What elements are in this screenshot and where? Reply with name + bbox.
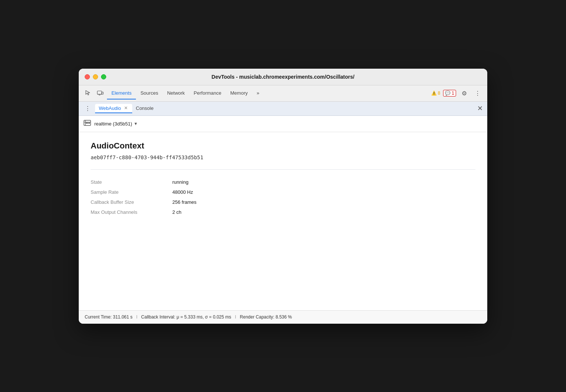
warning-icon: ⚠️ xyxy=(431,91,437,96)
status-current-time: Current Time: 311.061 s xyxy=(85,314,133,320)
warning-count: 8 xyxy=(438,91,440,96)
divider xyxy=(91,169,475,170)
context-selector-label: realtime (3d5b51) xyxy=(94,121,132,127)
error-count: 1 xyxy=(452,91,454,96)
status-callback-interval: Callback Interval: μ = 5.333 ms, σ = 0.0… xyxy=(141,314,231,320)
subtab-webaudio[interactable]: WebAudio ✕ xyxy=(95,104,132,113)
svg-rect-0 xyxy=(97,91,102,94)
window-title: DevTools - musiclab.chromeexperiments.co… xyxy=(212,74,355,80)
tab-more[interactable]: » xyxy=(252,87,264,99)
status-sep-2: I xyxy=(235,314,236,320)
tab-elements[interactable]: Elements xyxy=(107,87,136,99)
prop-label-callback-buffer: Callback Buffer Size xyxy=(91,197,172,207)
status-render-capacity: Render Capacity: 8.536 % xyxy=(240,314,292,320)
tab-network[interactable]: Network xyxy=(163,87,189,99)
context-bar: realtime (3d5b51) ▼ xyxy=(79,116,487,132)
traffic-lights xyxy=(85,74,106,79)
close-all-subtabs-icon[interactable]: ✕ xyxy=(477,104,483,112)
prop-value-sample-rate: 48000 Hz xyxy=(172,187,475,197)
tab-sources[interactable]: Sources xyxy=(136,87,163,99)
minimize-button[interactable] xyxy=(93,74,98,79)
device-toggle-icon[interactable] xyxy=(95,88,105,98)
status-sep-1: I xyxy=(136,314,137,320)
context-dropdown-arrow: ▼ xyxy=(134,121,138,126)
main-toolbar: Elements Sources Network Performance Mem… xyxy=(79,85,487,102)
titlebar: DevTools - musiclab.chromeexperiments.co… xyxy=(79,69,487,85)
devtools-window: DevTools - musiclab.chromeexperiments.co… xyxy=(79,69,487,324)
audio-context-icon xyxy=(83,119,91,129)
context-selector[interactable]: realtime (3d5b51) ▼ xyxy=(94,121,138,127)
nav-tabs: Elements Sources Network Performance Mem… xyxy=(107,87,430,99)
close-button[interactable] xyxy=(85,74,90,79)
subtabs-more-icon[interactable]: ⋮ xyxy=(83,104,92,113)
subtab-console[interactable]: Console xyxy=(132,104,157,113)
more-options-icon[interactable]: ⋮ xyxy=(472,88,483,98)
svg-rect-8 xyxy=(87,122,88,124)
svg-rect-7 xyxy=(86,122,87,124)
toolbar-right: ⚠️ 8 💬 1 ⚙ ⋮ xyxy=(431,88,483,98)
properties-table: State running Sample Rate 48000 Hz Callb… xyxy=(91,177,475,217)
main-content: AudioContext aeb07ff7-c880-4703-944b-ff4… xyxy=(79,132,487,310)
warning-badge[interactable]: ⚠️ 8 xyxy=(431,91,440,96)
svg-rect-9 xyxy=(89,122,90,124)
prop-value-max-output: 2 ch xyxy=(172,207,475,217)
prop-label-sample-rate: Sample Rate xyxy=(91,187,172,197)
svg-rect-1 xyxy=(102,92,103,94)
inspect-icon[interactable] xyxy=(83,88,94,98)
error-icon: 💬 xyxy=(445,91,450,96)
prop-value-state: running xyxy=(172,177,475,187)
maximize-button[interactable] xyxy=(101,74,106,79)
tab-memory[interactable]: Memory xyxy=(226,87,252,99)
audio-context-title: AudioContext xyxy=(91,141,475,151)
prop-label-max-output: Max Output Channels xyxy=(91,207,172,217)
prop-label-state: State xyxy=(91,177,172,187)
subtab-webaudio-label: WebAudio xyxy=(99,105,121,111)
subtab-console-label: Console xyxy=(136,105,154,111)
prop-value-callback-buffer: 256 frames xyxy=(172,197,475,207)
subtabs-bar: ⋮ WebAudio ✕ Console ✕ xyxy=(79,102,487,116)
tab-performance[interactable]: Performance xyxy=(189,87,226,99)
settings-icon[interactable]: ⚙ xyxy=(459,88,469,98)
error-badge[interactable]: 💬 1 xyxy=(443,90,456,97)
subtab-webaudio-close[interactable]: ✕ xyxy=(123,105,129,111)
status-bar: Current Time: 311.061 s I Callback Inter… xyxy=(79,310,487,324)
audio-context-id: aeb07ff7-c880-4703-944b-ff47533d5b51 xyxy=(91,154,475,160)
